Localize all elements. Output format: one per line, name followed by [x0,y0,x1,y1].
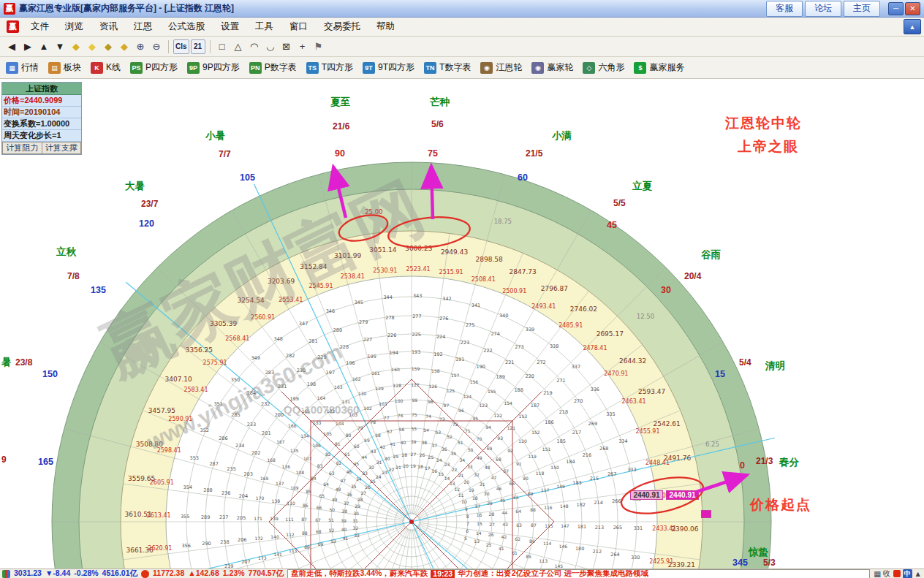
menu-item[interactable]: 工具 [247,18,281,35]
gann-wheel[interactable]: 2288.352339.212390.062440.912491.762542.… [0,0,924,578]
gann-diamond-4-icon[interactable]: ◆ [117,39,132,54]
wheel-number: 14 [444,476,450,481]
wheel-number: 281 [308,338,317,344]
wheel-number: 2598.41 [157,447,181,454]
tool-9t-square[interactable]: 9T9T四方形 [363,61,414,74]
tool-t-table[interactable]: TNT数字表 [424,61,471,74]
wheel-number: 56 [399,427,405,432]
tool-hexagon[interactable]: ◇六角形 [583,61,624,74]
status-red-indicator [893,570,901,577]
menu-item[interactable]: 窗口 [281,18,316,35]
forward-icon[interactable]: ▶ [20,39,35,54]
wheel-number: 2847.73 [510,268,537,275]
tool-winner-wheel[interactable]: ◉赢家轮 [531,61,573,74]
pointer-up-icon[interactable]: ▲ [37,39,51,54]
wheel-number: 2568.41 [225,335,249,342]
tool-9p-square[interactable]: 9P9P四方形 [187,61,240,74]
gann-diamond-2-icon[interactable]: ◆ [85,39,99,54]
wheel-number: 2433.41 [652,525,676,532]
wheel-number: 344 [383,294,392,300]
wheel-number: 124 [463,394,472,399]
menu-item[interactable]: 设置 [213,18,247,35]
wheel-number: 66 [509,481,515,486]
wheel-number: 63 [516,522,522,528]
wheel-number: 6.25 [705,441,719,448]
pointer-down-icon[interactable]: ▼ [53,39,67,54]
menu-item[interactable]: 帮助 [368,18,403,35]
calc-button[interactable]: 计算阻力 [2,142,42,154]
tool-p-table[interactable]: PNP数字表 [249,61,297,74]
zoom-in-icon[interactable]: ⊕ [133,39,148,54]
wheel-number: 41 [343,536,349,541]
wheel-number: 162 [352,376,361,381]
wheel-number: 41 [390,441,396,446]
titlebar-button-1[interactable]: 客服 [766,1,803,17]
gann-wheel-label: 江恩轮 [496,61,522,74]
wheel-number: 268 [599,446,608,452]
boxed-x-tool-icon[interactable]: ⊠ [279,39,294,54]
wheel-number: 181 [578,524,586,530]
tool-p-square[interactable]: PSP四方形 [130,61,178,74]
crosshair-tool-icon[interactable]: + [295,39,310,54]
arc-up-tool-icon[interactable]: ◠ [247,39,262,54]
arc-down-tool-icon[interactable]: ◡ [263,39,278,54]
index2-dot-icon[interactable] [141,570,149,578]
wheel-number: 62 [515,536,520,541]
lang-badge[interactable]: 中 [903,569,912,578]
menu-bar: 赢 文件浏览资讯江恩公式选股设置工具窗口交易委托帮助 ▲ [0,18,924,37]
gann-diamond-3-icon[interactable]: ◆ [101,39,116,54]
menu-item[interactable]: 文件 [23,18,57,35]
data-feed-icon[interactable]: ▦ [874,569,881,578]
hexagon-label: 六角形 [598,61,624,74]
menu-item[interactable]: 交易委托 [316,18,368,35]
wheel-number: 45 [500,498,506,503]
menu-item[interactable]: 公式选股 [160,18,213,35]
tool-t-square[interactable]: TST四方形 [306,61,353,74]
wheel-number: 34 [459,457,465,463]
wheel-number: 230 [297,368,306,373]
toolbar-separator [210,40,211,53]
menu-item[interactable]: 资讯 [91,18,126,35]
minimize-button[interactable]: ─ [888,2,904,15]
wheel-number: 347 [299,321,308,327]
scroll-up-icon[interactable]: ▲ [914,569,922,578]
wheel-number: 235 [227,466,235,472]
wheel-number: 13 [474,539,480,544]
calendar-21-icon[interactable]: 21 [191,39,205,54]
news-item-2: 华力创通：出资2亿设立子公司 进一步聚焦集成电路领域 [458,569,648,578]
wheel-number: 23 [444,462,450,467]
wheel-number: 54 [423,427,429,433]
tool-sectors[interactable]: ▤板块 [48,61,81,74]
news-ticker[interactable]: 盘前走低，特斯拉跌3.44%，蔚来汽车跌 19:23 华力创通：出资2亿设立子公… [287,569,870,578]
market-grid-icon[interactable] [2,570,10,578]
wheel-number: 26 [365,484,371,490]
triangle-tool-icon[interactable]: △ [231,39,246,54]
tool-quotes[interactable]: ▦行情 [6,61,39,74]
wheel-number: 2590.91 [168,416,192,422]
rect-tool-icon[interactable]: □ [215,39,230,54]
9t-square-label: 9T四方形 [378,61,414,74]
wheel-number: 26 [420,452,425,457]
wheel-number: 41 [499,546,504,551]
titlebar-button-2[interactable]: 论坛 [805,1,841,17]
cls-button[interactable]: Cls [173,39,189,54]
menu-item[interactable]: 浏览 [57,18,91,35]
wheel-number: 221 [505,360,514,365]
menu-item[interactable]: 江恩 [126,18,160,35]
gann-diamond-1-icon[interactable]: ◆ [69,39,83,54]
tool-kline[interactable]: KK线 [91,61,121,74]
wheel-number: 110 [287,501,295,506]
tool-gann-wheel[interactable]: ◉江恩轮 [480,61,522,74]
close-button[interactable]: ✕ [905,2,920,15]
panel-collapse-button[interactable]: ▲ [904,19,921,34]
titlebar-button-3[interactable]: 主页 [844,1,880,17]
wheel-number: 222 [483,348,492,354]
calc-button[interactable]: 计算支撑 [42,142,82,154]
wheel-number: 153 [519,414,528,419]
wheel-number: 37 [431,443,437,448]
flag-tool-icon[interactable]: ⚑ [311,39,326,54]
zoom-out-icon[interactable]: ⊖ [149,39,164,54]
wheel-number: 42 [501,534,507,539]
tool-winner-service[interactable]: $赢家服务 [634,61,684,74]
back-icon[interactable]: ◀ [4,39,19,54]
